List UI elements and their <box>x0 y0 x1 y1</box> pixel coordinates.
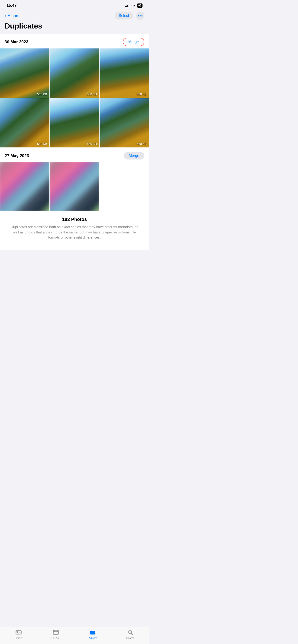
date-section-1: 30 Mar 2023 Merge <box>0 34 149 48</box>
photo-size-4: 560 KB <box>37 142 47 146</box>
photo-cell-5[interactable]: 560 KB <box>50 98 99 148</box>
date-label-1: 30 Mar 2023 <box>5 40 28 44</box>
status-time: 15:47 <box>7 3 17 8</box>
select-button[interactable]: Select <box>115 12 133 20</box>
svg-point-1 <box>140 15 141 16</box>
back-chevron-icon: ‹ <box>5 13 6 18</box>
signal-icon <box>125 4 129 7</box>
photo-cell-6[interactable]: 560 KB <box>100 98 149 148</box>
nav-actions: Select <box>115 12 144 20</box>
back-label: Albums <box>8 14 22 18</box>
page-title: Duplicates <box>5 22 144 30</box>
summary-count: 182 Photos <box>9 217 140 222</box>
status-bar: 15:47 96 <box>0 0 149 10</box>
status-icons: 96 <box>125 4 143 8</box>
battery-indicator: 96 <box>137 4 143 8</box>
svg-point-2 <box>141 15 143 16</box>
photo-size-6: 560 KB <box>137 142 147 146</box>
photo-cell-1[interactable]: 560 KB <box>0 48 50 98</box>
photo-size-3: 560 KB <box>137 92 147 96</box>
merge-button-1[interactable]: Merge <box>123 38 144 46</box>
page-title-section: Duplicates <box>0 21 149 34</box>
date-section-2: 27 May 2023 Merge <box>0 148 149 162</box>
back-button[interactable]: ‹ Albums <box>5 13 22 18</box>
spacer <box>0 250 149 278</box>
content-area: 30 Mar 2023 Merge 560 KB 560 KB 560 KB 5… <box>0 34 149 250</box>
photo-size-5: 560 KB <box>87 142 97 146</box>
more-button[interactable] <box>136 12 144 20</box>
photo-grid-1: 560 KB 560 KB 560 KB 560 KB 560 KB 560 K… <box>0 48 149 148</box>
photo-size-2: 560 KB <box>87 92 97 96</box>
summary-description: Duplicates are classified both as exact … <box>9 224 140 240</box>
photo-cell-2[interactable]: 560 KB <box>50 48 99 98</box>
photo-cell-blurred-1[interactable] <box>0 162 50 211</box>
svg-point-0 <box>138 15 139 16</box>
date-label-2: 27 May 2023 <box>5 154 29 158</box>
photo-cell-3[interactable]: 560 KB <box>100 48 149 98</box>
summary-section: 182 Photos Duplicates are classified bot… <box>0 211 149 246</box>
photo-cell-4[interactable]: 560 KB <box>0 98 50 148</box>
wifi-icon <box>131 4 135 7</box>
merge-button-2[interactable]: Merge <box>124 152 144 160</box>
photo-grid-2 <box>0 162 99 211</box>
photo-size-1: 560 KB <box>37 92 47 96</box>
photo-cell-blurred-2[interactable] <box>50 162 99 211</box>
nav-bar: ‹ Albums Select <box>0 10 149 21</box>
